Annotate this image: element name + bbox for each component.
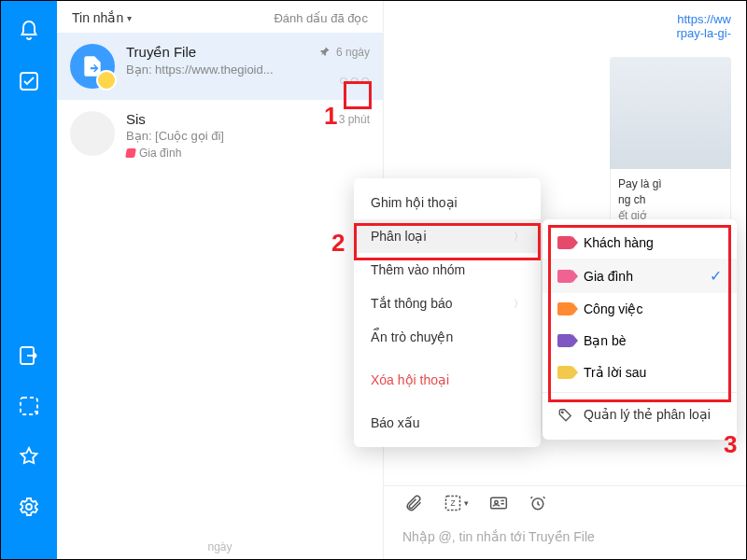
chat-link[interactable]: https://wwrpay-la-gi- (384, 1, 746, 40)
bell-icon[interactable] (16, 18, 42, 44)
context-menu: Ghim hội thoại Phân loại 〉 Thêm vào nhóm… (354, 178, 541, 447)
avatar (70, 44, 115, 89)
message-input[interactable]: Nhập @, tin nhắn tới Truyền File (399, 522, 731, 552)
avatar (70, 111, 115, 156)
manage-tags-button[interactable]: Quản lý thẻ phân loại (543, 397, 737, 432)
tag-icon (557, 302, 572, 315)
chat-input-area: Z▾ Nhập @, tin nhắn tới Truyền File (384, 485, 746, 559)
category-submenu: Khách hàng Gia đình ✓ Công việc Bạn bè T… (543, 219, 737, 440)
tag-icon (125, 148, 136, 158)
gear-icon[interactable] (16, 494, 42, 520)
conversation-tag: Gia đình (126, 147, 370, 160)
chevron-down-icon[interactable]: ▾ (127, 13, 132, 23)
category-item[interactable]: Công việc (543, 293, 737, 325)
tag-icon (557, 270, 572, 283)
day-marker: ngày (57, 535, 383, 559)
tag-gear-icon (557, 406, 574, 423)
list-title[interactable]: Tin nhắn (72, 10, 123, 25)
svg-point-7 (495, 501, 498, 504)
checkbox-icon[interactable] (16, 68, 42, 94)
ctx-report[interactable]: Báo xấu (354, 406, 541, 440)
conversation-name: Truyền File (126, 44, 196, 61)
svg-point-9 (561, 412, 563, 413)
more-options-icon[interactable]: ○○○ (339, 72, 372, 89)
mark-read-button[interactable]: Đánh dấu đã đọc (274, 11, 368, 25)
conversation-item[interactable]: Truyền File 6 ngày Bạn: https://www.theg… (57, 33, 383, 100)
conversation-time: 3 phút (339, 113, 370, 126)
ctx-pin[interactable]: Ghim hội thoại (354, 186, 541, 219)
contact-card-icon[interactable] (489, 494, 508, 512)
pin-icon (319, 47, 331, 58)
attachment-icon[interactable] (404, 494, 423, 512)
conversation-list: Tin nhắn ▾ Đánh dấu đã đọc Truyền File 6… (57, 1, 384, 559)
export-icon[interactable] (16, 343, 42, 369)
tag-icon (557, 366, 572, 379)
category-item[interactable]: Bạn bè (543, 325, 737, 357)
ctx-classify[interactable]: Phân loại 〉 (354, 219, 541, 253)
conversation-preview: Bạn: https://www.thegioid... (126, 63, 370, 77)
svg-text:Z: Z (450, 498, 455, 508)
ctx-hide[interactable]: Ẩn trò chuyện (354, 320, 541, 354)
star-icon[interactable] (16, 443, 42, 469)
alarm-icon[interactable] (529, 494, 547, 512)
category-item[interactable]: Gia đình ✓ (543, 259, 737, 293)
ctx-add-group[interactable]: Thêm vào nhóm (354, 253, 541, 287)
conversation-time: 6 ngày (319, 46, 370, 59)
screenshot-icon[interactable]: Z▾ (444, 494, 469, 512)
conversation-item[interactable]: Sis 3 phút Bạn: [Cuộc gọi đi] Gia đình (57, 100, 383, 171)
check-icon: ✓ (710, 267, 722, 285)
tag-icon (557, 236, 572, 249)
list-header: Tin nhắn ▾ Đánh dấu đã đọc (57, 1, 383, 33)
ctx-delete[interactable]: Xóa hội thoại (354, 363, 541, 397)
chevron-right-icon: 〉 (514, 230, 524, 244)
svg-rect-6 (491, 497, 507, 509)
preview-image (610, 57, 731, 169)
input-toolbar: Z▾ (399, 494, 731, 512)
ctx-mute[interactable]: Tắt thông báo 〉 (354, 287, 541, 320)
svg-point-3 (26, 504, 32, 510)
chevron-right-icon: 〉 (514, 297, 524, 311)
category-item[interactable]: Trả lời sau (543, 357, 737, 388)
tag-icon (557, 334, 572, 347)
left-nav-rail (1, 1, 57, 559)
conversation-name: Sis (126, 111, 146, 127)
conversation-preview: Bạn: [Cuộc gọi đi] (126, 129, 370, 143)
dashed-square-icon[interactable] (16, 393, 42, 419)
category-item[interactable]: Khách hàng (543, 227, 737, 259)
